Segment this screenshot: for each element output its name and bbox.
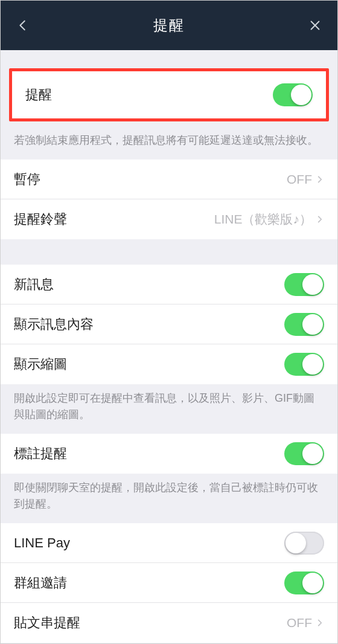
row-pause[interactable]: 暫停 OFF — [1, 159, 337, 199]
close-button[interactable] — [306, 16, 324, 34]
row-value: LINE（歡樂版♪） — [214, 211, 324, 228]
group-messages: 新訊息 顯示訊息內容 顯示縮圖 — [1, 265, 337, 384]
row-preview: 顯示訊息內容 — [1, 304, 337, 344]
note-thumbnail: 開啟此設定即可在提醒中查看訊息，以及照片、影片、GIF動圖與貼圖的縮圖。 — [1, 384, 337, 434]
row-label: 新訊息 — [14, 275, 54, 294]
toggle-preview[interactable] — [284, 313, 324, 336]
toggle-thumbnail[interactable] — [284, 353, 324, 376]
row-label: 標註提醒 — [14, 445, 67, 463]
row-label: 暫停 — [14, 170, 40, 188]
highlight-box: 提醒 — [9, 68, 329, 121]
row-timeline[interactable]: 貼文串提醒 OFF — [1, 603, 337, 643]
settings-screen: 提醒 提醒 若強制結束應用程式，提醒訊息將有可能延遲送達或無法接收。 暫停 OF… — [0, 0, 338, 644]
chevron-right-icon — [316, 173, 324, 186]
row-label: 顯示縮圖 — [14, 355, 67, 373]
group-pause-sound: 暫停 OFF 提醒鈴聲 LINE（歡樂版♪） — [1, 159, 337, 239]
row-mention: 標註提醒 — [1, 434, 337, 474]
toggle-new-messages[interactable] — [284, 273, 324, 296]
row-label: 提醒 — [25, 86, 52, 104]
toggle-linepay[interactable] — [284, 532, 324, 555]
back-button[interactable] — [14, 16, 32, 34]
row-new-messages: 新訊息 — [1, 265, 337, 304]
row-notifications: 提醒 — [12, 71, 326, 118]
chevron-right-icon — [316, 213, 324, 226]
row-label: 群組邀請 — [14, 574, 67, 592]
row-label: 提醒鈴聲 — [14, 210, 67, 228]
chevron-right-icon — [316, 616, 324, 630]
note-mention: 即使關閉聊天室的提醒，開啟此設定後，當自己被標註時仍可收到提醒。 — [1, 474, 337, 523]
row-sound[interactable]: 提醒鈴聲 LINE（歡樂版♪） — [1, 199, 337, 239]
row-value: OFF — [287, 172, 324, 187]
group-mention: 標註提醒 — [1, 434, 337, 474]
header-title: 提醒 — [32, 16, 306, 35]
row-group-invite: 群組邀請 — [1, 563, 337, 603]
toggle-group-invite[interactable] — [284, 572, 324, 594]
note-notifications: 若強制結束應用程式，提醒訊息將有可能延遲送達或無法接收。 — [1, 126, 337, 159]
header-bar: 提醒 — [1, 1, 337, 50]
row-thumbnail: 顯示縮圖 — [1, 344, 337, 384]
row-label: LINE Pay — [14, 535, 70, 551]
toggle-notifications[interactable] — [273, 83, 313, 106]
row-value: OFF — [287, 616, 324, 630]
group-misc: LINE Pay 群組邀請 貼文串提醒 OFF — [1, 523, 337, 643]
row-linepay: LINE Pay — [1, 523, 337, 563]
row-label: 顯示訊息內容 — [14, 315, 94, 333]
toggle-mention[interactable] — [284, 442, 324, 465]
row-label: 貼文串提醒 — [14, 614, 80, 632]
